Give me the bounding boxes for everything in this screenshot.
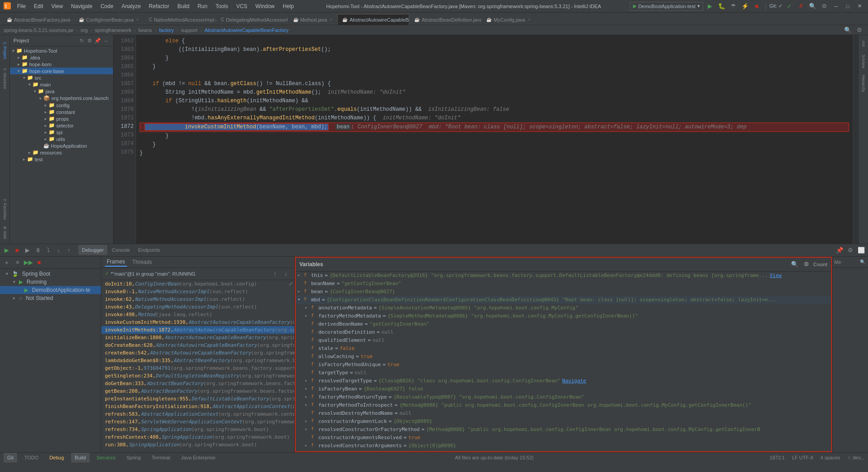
menu-edit[interactable]: Edit	[30, 2, 47, 10]
pause-icon[interactable]: ⏸	[33, 245, 43, 255]
tab-configinnerbean[interactable]: ☕ ConfigInnerBean.java ×	[74, 14, 144, 25]
frame-invoke498[interactable]: invoke:498, Method (java.lang.reflect)	[101, 311, 294, 318]
var-factorymethodmetadata[interactable]: ▸ f factoryMethodMetadata = {SimpleMetho…	[296, 312, 831, 320]
step-out-icon[interactable]: ↑	[64, 245, 74, 255]
saview-icon[interactable]: SAView	[859, 52, 868, 70]
tree-item-constant[interactable]: ▸📁constant	[10, 109, 113, 115]
var-isfactorymethodunique[interactable]: ▸ f isFactoryMethodUnique = true	[296, 361, 831, 369]
debugger-run-icon[interactable]: ▶	[2, 245, 12, 255]
debugger-stop-icon[interactable]: ■	[12, 245, 22, 255]
settings-bottom-icon[interactable]: ⚙	[845, 245, 855, 255]
tab-abstractbeanfactory[interactable]: ☕ AbstractBeanFactory.java ×	[2, 14, 74, 25]
menu-window[interactable]: Window	[252, 2, 278, 10]
var-factorymethodtointrospect[interactable]: ▸ f factoryMethodToIntrospect = {Method@…	[296, 401, 831, 409]
service-springboot[interactable]: ▾ 🍃 Spring Boot	[0, 270, 101, 278]
tab-endpoints[interactable]: Endpoints	[135, 245, 164, 255]
services-filter-icon[interactable]: ≡	[13, 258, 23, 268]
status-debug-tab[interactable]: Debug	[46, 453, 68, 463]
menu-view[interactable]: View	[48, 2, 67, 10]
ant-icon[interactable]: Ant	[859, 37, 868, 50]
menu-analyze[interactable]: Analyze	[118, 2, 145, 10]
tab-debugger[interactable]: Debugger	[78, 245, 107, 255]
frame-invoke62[interactable]: invoke:62, NativeMethodAccessorImpl (sun…	[101, 295, 294, 303]
resume-icon[interactable]: ▶	[23, 245, 32, 255]
frame-refresh147[interactable]: refresh:147, ServletWebServerApplication…	[101, 418, 294, 426]
tab-console[interactable]: Console	[108, 245, 133, 255]
tab-nativemethodaccessor[interactable]: C NativeMethodAccessorImpl.class ×	[144, 14, 216, 25]
code-content[interactable]: else { ((InitializingBean) bean).afterPr…	[136, 35, 853, 244]
var-resolvedconstructor[interactable]: ▸ f resolvedConstructorArguments = {Obje…	[296, 442, 831, 450]
frame-run308[interactable]: run:308, SpringApplication (org.springfr…	[101, 441, 294, 449]
status-git-tab[interactable]: Git	[4, 453, 17, 463]
pin-icon[interactable]: 📌	[94, 37, 101, 44]
var-decorateddefinition[interactable]: ▸ f decoratedDefinition = null	[296, 328, 831, 336]
sync-icon[interactable]: ↻	[78, 37, 85, 44]
git-cross[interactable]: ✗	[796, 1, 806, 11]
menu-build[interactable]: Build	[174, 2, 193, 10]
bookmark-icon[interactable]: 2: Favorites	[0, 196, 9, 223]
maximize-button[interactable]: □	[843, 3, 853, 10]
menu-refactor[interactable]: Refactor	[145, 2, 173, 10]
frame-finishbeanfactory[interactable]: finishBeanFactoryInitialization:918, Abs…	[101, 403, 294, 410]
tree-item-resources[interactable]: ▸📁resources	[10, 149, 113, 156]
tab-abstractbeandefinition[interactable]: ☕ AbstractBeanDefinition.java ×	[409, 14, 481, 25]
tree-item-spi[interactable]: ▸📁spi	[10, 129, 113, 136]
stop-button[interactable]: ■	[752, 1, 762, 11]
tree-item-hopeapplication[interactable]: ▸☕HopeApplication	[10, 142, 113, 149]
minimize-button[interactable]: ─	[831, 3, 841, 10]
settings-button[interactable]: ⚙	[819, 1, 829, 11]
frames-up-icon[interactable]: ↑	[270, 269, 280, 279]
web-icon[interactable]: ⊕ Web	[0, 224, 9, 242]
pin-bottom-icon[interactable]: 📌	[835, 245, 845, 255]
tree-item-hope-core-base[interactable]: ▾📁hope-core-base	[10, 68, 113, 74]
menu-tools[interactable]: Tools	[212, 2, 232, 10]
frame-lambda[interactable]: lambda$doGetBean$0:335, AbstractBeanFact…	[101, 357, 294, 364]
service-demoboot[interactable]: ▸ ▶ DemoBootApplication-te	[0, 286, 101, 294]
search-icon[interactable]: 🔍	[843, 25, 853, 35]
maximize-bottom-icon[interactable]: ⬜	[856, 245, 866, 255]
var-this[interactable]: ▸ f this = {DefaultListableBeanFactory@3…	[296, 272, 831, 280]
frame-refresh583[interactable]: refresh:583, AbstractApplicationContext …	[101, 410, 294, 418]
tree-item-main[interactable]: ▾📁main	[10, 81, 113, 88]
menu-vcs[interactable]: VCS	[233, 2, 251, 10]
frame-invokecustom[interactable]: invokeCustomInitMethod:1930, AbstractAut…	[101, 318, 294, 326]
run-button[interactable]: ▶	[705, 1, 715, 11]
step-over-icon[interactable]: ⤵	[43, 245, 53, 255]
var-constructorargresolved[interactable]: ▸ f constructorArgumentsResolved = true	[296, 434, 831, 442]
profile-button[interactable]: ⚡	[740, 1, 750, 11]
status-build-tab[interactable]: Build	[71, 453, 89, 463]
var-resolveddestroymethodname[interactable]: ▸ f resolvedDestroyMethodName = null	[296, 409, 831, 418]
var-qualifiedelement[interactable]: ▸ f qualifiedElement = null	[296, 336, 831, 345]
frame-doinit[interactable]: doInit:10, ConfigInnerBean (org.hopehomi…	[101, 280, 294, 288]
tab-abstractautowire[interactable]: ☕ AbstractAutowireCapableBeanFactory.jav…	[337, 14, 409, 25]
menu-file[interactable]: File	[14, 2, 29, 10]
tree-item-java[interactable]: ▾📁java	[10, 88, 113, 95]
status-todo-tab[interactable]: TODO	[21, 453, 42, 463]
tree-item-hopehomi[interactable]: ▾📁Hopehomi-Tool	[10, 47, 113, 54]
git-checkmark[interactable]: ✓	[784, 1, 794, 11]
status-services-tab[interactable]: Services	[93, 453, 119, 463]
tab-method[interactable]: ☕ Method.java ×	[288, 14, 338, 25]
status-terminal-tab[interactable]: Terminal	[148, 453, 174, 463]
var-stale[interactable]: ▸ f stale = false	[296, 345, 831, 353]
close-button[interactable]: ✕	[854, 3, 864, 10]
frame-invokeinitmethods[interactable]: invokeInitMethods:1872, AbstractAutowire…	[101, 326, 294, 334]
var-bean[interactable]: ▸ f bean = {ConfigInnerBean@8027}	[296, 288, 831, 296]
frame-getobject[interactable]: getObject:-1, 973604791 (org.springframe…	[101, 364, 294, 372]
debug-button[interactable]: 🐛	[717, 1, 727, 11]
search-everywhere[interactable]: 🔍	[808, 1, 818, 11]
services-run-all-icon[interactable]: ▶▶	[23, 258, 33, 268]
hierarchy-icon[interactable]: Hierarchy	[859, 72, 868, 95]
frame-refresh734[interactable]: refresh:734, SpringApplication (org.spri…	[101, 426, 294, 433]
services-stop-all-icon[interactable]: ■	[34, 258, 44, 268]
gear-settings-icon[interactable]: ⚙	[854, 25, 864, 35]
frame-getbean[interactable]: getBean:208, AbstractBeanFactory (org.sp…	[101, 387, 294, 395]
var-preparedconstructor[interactable]: ▸ f preparedConstructorArguments = null	[296, 450, 831, 452]
coverage-button[interactable]: ☂	[728, 1, 738, 11]
tree-item-src[interactable]: ▾📁src	[10, 74, 113, 81]
frame-preinstantiate[interactable]: preInstantiateSingletons:955, DefaultLis…	[101, 395, 294, 403]
structure-icon[interactable]: 2: Structure	[0, 65, 9, 92]
var-targettype[interactable]: ▸ f targetType = null	[296, 369, 831, 377]
var-resolvedconstructorfactory[interactable]: ▸ f resolvedConstructorOrFactoryMethod =…	[296, 426, 831, 434]
settings-project-icon[interactable]: ⚙	[86, 37, 93, 44]
